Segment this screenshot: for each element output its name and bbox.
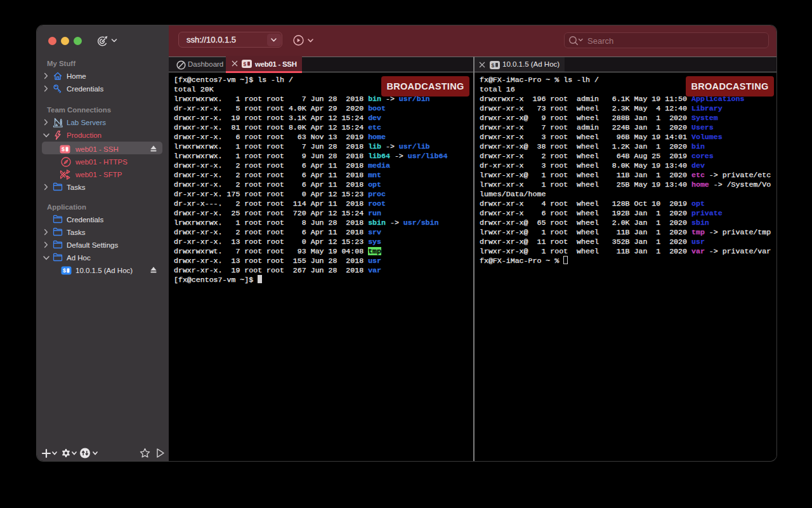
svg-text:$: $ bbox=[492, 62, 495, 69]
svg-text:$: $ bbox=[244, 61, 247, 67]
svg-text:$: $ bbox=[62, 146, 65, 152]
svg-text:$: $ bbox=[63, 267, 66, 274]
